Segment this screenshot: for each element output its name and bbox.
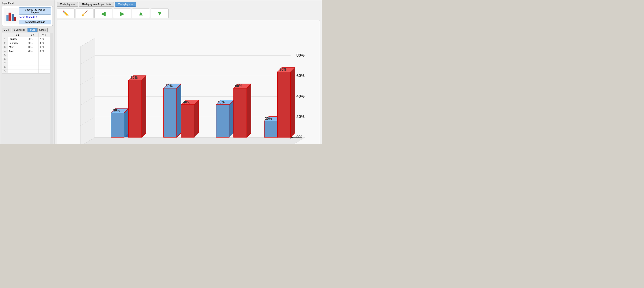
label-apr-y1: 20% [265, 117, 272, 120]
cell-y2[interactable]: 70% [38, 37, 50, 41]
cell-y1[interactable]: 20% [27, 49, 38, 53]
choose-diagram-button[interactable]: Choose the type of diagram [19, 8, 51, 15]
svg-rect-6 [14, 17, 16, 21]
broom-icon: 🧹 [81, 10, 88, 17]
arrow-right-button[interactable]: ▶ [113, 9, 131, 18]
diagram-selector: Choose the type of diagram Bar in 3D mod… [2, 6, 53, 26]
col-header-y1: y_1 [27, 33, 38, 37]
cell-y1[interactable] [27, 61, 38, 65]
cell-y1[interactable] [27, 65, 38, 69]
svg-rect-4 [8, 13, 11, 21]
arrow-up-button[interactable]: ▲ [132, 9, 150, 18]
svg-marker-9 [80, 38, 95, 144]
tab-2col[interactable]: 2 Col [2, 28, 11, 32]
svg-marker-43 [247, 84, 251, 137]
cell-y1[interactable]: 40% [27, 45, 38, 49]
table-row: 6 [2, 57, 50, 61]
svg-rect-47 [278, 72, 291, 137]
cell-y2[interactable]: 60% [38, 45, 50, 49]
cell-x[interactable] [8, 69, 27, 73]
cell-y1[interactable]: 60% [27, 41, 38, 45]
table-row: 2 February 60% 40% [2, 41, 50, 45]
label-apr-y2: 80% [280, 68, 286, 71]
pencil-button[interactable]: ✏️ [57, 9, 75, 18]
cell-y1[interactable] [27, 69, 38, 73]
display-tabs: 2D display area 2D display area for pie … [57, 2, 320, 7]
input-panel: Input Panel Choose the type of diagram B… [0, 0, 55, 144]
cell-y2[interactable] [38, 57, 50, 61]
cell-y1[interactable]: 30% [27, 37, 38, 41]
label-jan-y1: 30% [113, 108, 120, 112]
tab-2d-pie[interactable]: 2D display area for pie charts [79, 2, 114, 7]
arrow-left-icon: ◀ [101, 10, 106, 17]
svg-marker-37 [194, 100, 199, 137]
col-header-xi: x_i [8, 33, 27, 37]
cell-x[interactable]: February [8, 41, 27, 45]
tab-2col-color[interactable]: 2 Col+color [12, 28, 27, 32]
toolbar: ✏️ 🧹 ◀ ▶ ▲ ▼ [57, 9, 320, 18]
cell-y2[interactable] [38, 65, 50, 69]
svg-marker-27 [124, 108, 128, 137]
cell-y1[interactable] [27, 57, 38, 61]
tab-series[interactable]: Series [37, 28, 48, 32]
tab-3d-display[interactable]: 3D display area [115, 2, 136, 7]
table-row: 5 [2, 53, 50, 57]
tab-2d-display[interactable]: 2D display area [57, 2, 78, 7]
svg-marker-31 [142, 76, 146, 137]
diagram-name-label: Bar in 3D mode 2 [19, 16, 51, 18]
y-label-0: 0% [296, 134, 302, 139]
svg-marker-49 [290, 67, 295, 137]
diagram-info: Choose the type of diagram Bar in 3D mod… [19, 8, 51, 24]
cell-y1[interactable] [27, 53, 38, 57]
cell-x[interactable]: April [8, 49, 27, 53]
y-label-60: 60% [296, 73, 305, 78]
cell-x[interactable] [8, 61, 27, 65]
col-header-y2: y_2 [38, 33, 50, 37]
row-num: 5 [2, 53, 8, 57]
parameter-settings-button[interactable]: Parameter settings [19, 20, 51, 24]
scrollbar[interactable] [50, 33, 53, 144]
table-row: 3 March 40% 60% [2, 45, 50, 49]
table-row: 7 [2, 61, 50, 65]
row-num: 3 [2, 45, 8, 49]
cell-y2[interactable] [38, 53, 50, 57]
cell-x[interactable]: March [8, 45, 27, 49]
cell-x[interactable] [8, 57, 27, 61]
svg-rect-44 [264, 121, 278, 137]
tab-3col[interactable]: 3 Col [28, 28, 37, 32]
pencil-icon: ✏️ [62, 10, 69, 17]
cell-y2[interactable]: 40% [38, 41, 50, 45]
cell-x[interactable] [8, 65, 27, 69]
cell-y2[interactable] [38, 61, 50, 65]
arrow-up-icon: ▲ [138, 10, 144, 17]
row-num: 9 [2, 69, 8, 73]
label-feb-y1: 60% [166, 84, 173, 88]
cell-x[interactable]: January [8, 37, 27, 41]
cell-y2[interactable] [38, 69, 50, 73]
arrow-left-button[interactable]: ◀ [94, 9, 112, 18]
y-label-20: 20% [296, 114, 305, 119]
arrow-right-icon: ▶ [120, 10, 124, 17]
chart-area: 0% 20% 40% 60% 80% [57, 20, 320, 144]
cell-y2[interactable]: 80% [38, 49, 50, 53]
display-panel: 2D display area 2D display area for pie … [55, 0, 322, 144]
table-row: 1 January 30% 70% [2, 37, 50, 41]
table-row: 9 [2, 69, 50, 73]
diagram-preview [4, 8, 19, 24]
svg-marker-40 [229, 100, 234, 137]
arrow-down-button[interactable]: ▼ [151, 9, 168, 18]
broom-button[interactable]: 🧹 [76, 9, 94, 18]
svg-marker-34 [177, 84, 181, 137]
row-num: 2 [2, 41, 8, 45]
row-num: 4 [2, 49, 8, 53]
cell-x[interactable] [8, 53, 27, 57]
svg-marker-8 [80, 137, 305, 144]
table-header-row: x_i y_1 y_2 [2, 33, 50, 37]
chart-svg: 0% 20% 40% 60% 80% [57, 20, 320, 144]
svg-rect-41 [234, 88, 247, 137]
svg-rect-0 [4, 8, 19, 24]
row-num: 8 [2, 65, 8, 69]
data-table: x_i y_1 y_2 1 January 30% 70% 2 February… [2, 33, 50, 73]
svg-rect-35 [181, 105, 194, 137]
svg-rect-5 [12, 14, 14, 21]
